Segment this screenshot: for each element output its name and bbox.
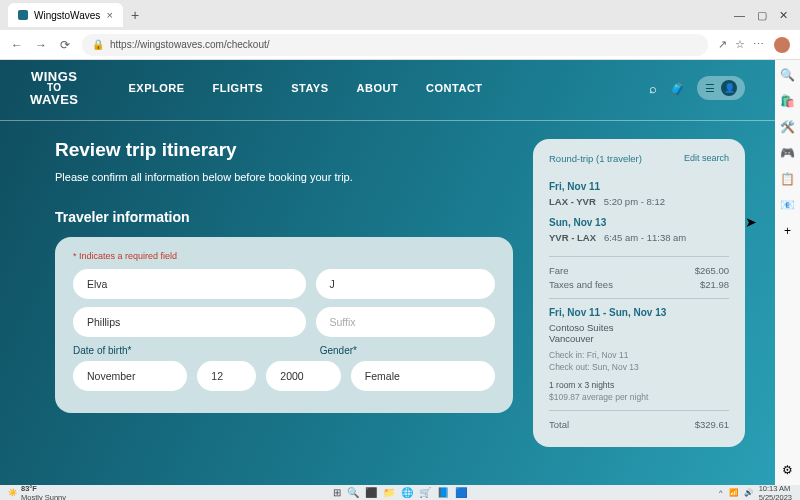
refresh-button[interactable]: ⟳ — [58, 38, 72, 52]
menu-icon[interactable]: ⋯ — [753, 38, 764, 51]
url-input[interactable]: 🔒 https://wingstowaves.com/checkout/ — [82, 34, 708, 56]
start-button[interactable]: ⊞ — [333, 487, 341, 498]
dob-month-select[interactable]: November — [73, 361, 187, 391]
section-title: Traveler information — [55, 209, 513, 225]
site-header: WINGS TO WAVES EXPLORE FLIGHTS STAYS ABO… — [0, 60, 775, 116]
nav-links: EXPLORE FLIGHTS STAYS ABOUT CONTACT — [129, 82, 483, 94]
fare-line: Fare$265.00 — [549, 265, 729, 276]
user-avatar-icon: 👤 — [721, 80, 737, 96]
profile-avatar[interactable] — [774, 37, 790, 53]
edge-icon[interactable]: 🌐 — [401, 487, 413, 498]
room-rate: $109.87 average per night — [549, 392, 729, 402]
weather-widget[interactable]: ☀️ 83°FMostly Sunny — [8, 484, 66, 501]
taskbar-search-icon[interactable]: 🔍 — [347, 487, 359, 498]
sun-icon: ☀️ — [8, 488, 17, 497]
page-subtitle: Please confirm all information below bef… — [55, 171, 513, 183]
url-text: https://wingstowaves.com/checkout/ — [110, 39, 270, 50]
search-icon[interactable]: ⌕ — [649, 81, 657, 96]
dob-label: Date of birth* — [73, 345, 310, 356]
dob-day-select[interactable]: 12 — [197, 361, 256, 391]
back-button[interactable]: ← — [10, 38, 24, 52]
gender-label: Gender* — [320, 345, 495, 356]
mouse-cursor: ➤ — [745, 214, 757, 230]
summary-divider — [549, 410, 729, 411]
suffix-input[interactable]: Suffix — [316, 307, 495, 337]
tray-chevron-icon[interactable]: ^ — [719, 488, 723, 497]
sidebar-games-icon[interactable]: 🎮 — [780, 146, 795, 160]
favicon-icon — [18, 10, 28, 20]
edge-sidebar: 🔍 🛍️ 🛠️ 🎮 📋 📧 + ⚙ — [775, 60, 800, 485]
maximize-button[interactable]: ▢ — [757, 9, 767, 22]
wifi-icon[interactable]: 📶 — [729, 488, 738, 497]
user-menu[interactable]: ☰ 👤 — [697, 76, 745, 100]
traveler-card: * Indicates a required field Elva J Phil… — [55, 237, 513, 413]
checkout-line: Check out: Sun, Nov 13 — [549, 362, 729, 372]
nav-about[interactable]: ABOUT — [357, 82, 399, 94]
explorer-icon[interactable]: 📁 — [383, 487, 395, 498]
tab-close-icon[interactable]: × — [107, 9, 113, 21]
required-hint: * Indicates a required field — [73, 251, 495, 261]
reader-icon[interactable]: ↗ — [718, 38, 727, 51]
checkin-line: Check in: Fri, Nov 11 — [549, 350, 729, 360]
minimize-button[interactable]: — — [734, 9, 745, 22]
clock[interactable]: 10:13 AM5/25/2023 — [759, 484, 792, 501]
site-logo[interactable]: WINGS TO WAVES — [30, 70, 79, 106]
app-icon[interactable]: 🟦 — [455, 487, 467, 498]
tax-line: Taxes and fees$21.98 — [549, 279, 729, 290]
outbound-date: Fri, Nov 11 — [549, 181, 729, 192]
stay-dates: Fri, Nov 11 - Sun, Nov 13 — [549, 307, 729, 318]
trip-type: Round-trip (1 traveler) — [549, 153, 642, 164]
sidebar-outlook-icon[interactable]: 📧 — [780, 198, 795, 212]
lock-icon: 🔒 — [92, 39, 104, 50]
middle-name-input[interactable]: J — [316, 269, 495, 299]
nav-flights[interactable]: FLIGHTS — [213, 82, 264, 94]
word-icon[interactable]: 📘 — [437, 487, 449, 498]
task-view-icon[interactable]: ⬛ — [365, 487, 377, 498]
address-bar: ← → ⟳ 🔒 https://wingstowaves.com/checkou… — [0, 30, 800, 60]
first-name-input[interactable]: Elva — [73, 269, 306, 299]
trip-summary-card: Round-trip (1 traveler) Edit search Fri,… — [533, 139, 745, 447]
store-icon[interactable]: 🛒 — [419, 487, 431, 498]
last-name-input[interactable]: Phillips — [73, 307, 306, 337]
burger-icon: ☰ — [705, 82, 715, 95]
nav-explore[interactable]: EXPLORE — [129, 82, 185, 94]
summary-divider — [549, 256, 729, 257]
new-tab-button[interactable]: + — [131, 7, 139, 23]
sidebar-search-icon[interactable]: 🔍 — [780, 68, 795, 82]
volume-icon[interactable]: 🔊 — [744, 488, 753, 497]
sidebar-office-icon[interactable]: 📋 — [780, 172, 795, 186]
summary-divider — [549, 298, 729, 299]
window-titlebar: WingstoWaves × + — ▢ ✕ — [0, 0, 800, 30]
total-line: Total$329.61 — [549, 419, 729, 430]
forward-button[interactable]: → — [34, 38, 48, 52]
return-leg: YVR - LAX 6:45 am - 11:38 am — [549, 232, 729, 243]
browser-tab[interactable]: WingstoWaves × — [8, 3, 123, 27]
return-date: Sun, Nov 13 — [549, 217, 729, 228]
nav-contact[interactable]: CONTACT — [426, 82, 482, 94]
nav-stays[interactable]: STAYS — [291, 82, 328, 94]
sidebar-add-icon[interactable]: + — [784, 224, 791, 238]
taskbar: ☀️ 83°FMostly Sunny ⊞ 🔍 ⬛ 📁 🌐 🛒 📘 🟦 ^ 📶 … — [0, 485, 800, 500]
luggage-icon[interactable]: 🧳 — [669, 81, 685, 96]
close-window-button[interactable]: ✕ — [779, 9, 788, 22]
room-info: 1 room x 3 nights — [549, 380, 729, 390]
outbound-leg: LAX - YVR 5:20 pm - 8:12 — [549, 196, 729, 207]
favorites-icon[interactable]: ☆ — [735, 38, 745, 51]
page-title: Review trip itinerary — [55, 139, 513, 161]
gender-select[interactable]: Female — [351, 361, 495, 391]
sidebar-settings-icon[interactable]: ⚙ — [782, 463, 793, 477]
hotel-info: Contoso SuitesVancouver — [549, 322, 729, 344]
sidebar-tools-icon[interactable]: 🛠️ — [780, 120, 795, 134]
dob-year-select[interactable]: 2000 — [266, 361, 340, 391]
sidebar-shopping-icon[interactable]: 🛍️ — [780, 94, 795, 108]
page-content: WINGS TO WAVES EXPLORE FLIGHTS STAYS ABO… — [0, 60, 775, 485]
edit-search-link[interactable]: Edit search — [684, 153, 729, 164]
tab-title: WingstoWaves — [34, 10, 100, 21]
